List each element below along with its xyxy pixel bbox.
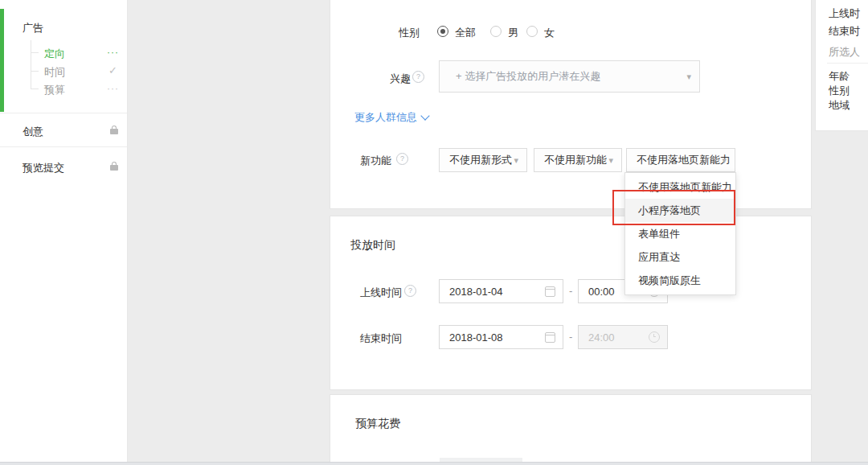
tree-connector-stub — [31, 88, 39, 89]
end-time-value: 24:00 — [588, 331, 615, 344]
calendar-icon — [545, 332, 555, 343]
summary-audience-label: 所选人 — [829, 45, 860, 60]
steps-sidebar: 广告 定向 ··· 时间 ✓ 预算 ··· 创意 预览提交 — [0, 0, 128, 465]
range-separator: - — [569, 285, 572, 297]
start-date-value: 2018-01-04 — [449, 286, 503, 298]
check-icon: ✓ — [108, 64, 117, 76]
tree-connector-vertical — [31, 40, 31, 89]
summary-start-time-label: 上线时 — [829, 6, 860, 21]
budget-card-title: 预算花费 — [355, 417, 400, 431]
calendar-icon — [545, 286, 555, 297]
landing-page-select-value: 不使用落地页新能力 — [637, 153, 731, 167]
bottom-edge-bar — [0, 462, 868, 465]
landing-page-capability-select[interactable]: 不使用落地页新能力 ▾ — [626, 148, 735, 172]
end-time-label: 结束时间 — [360, 331, 402, 346]
schedule-card-title: 投放时间 — [350, 238, 395, 253]
dropdown-option[interactable]: 应用直达 — [625, 245, 735, 269]
interest-placeholder: + 选择广告投放的用户潜在兴趣 — [456, 69, 600, 84]
caret-down-icon: ▾ — [514, 155, 518, 166]
radio-gender-male-label[interactable]: 男 — [508, 26, 518, 40]
summary-attr-age: 年龄 — [829, 69, 850, 84]
radio-gender-female-label[interactable]: 女 — [544, 26, 555, 40]
start-time-value: 00:00 — [588, 286, 615, 298]
start-date-input[interactable]: 2018-01-04 — [439, 279, 563, 303]
radio-gender-male[interactable] — [490, 26, 502, 37]
sidebar-item-preview-submit[interactable]: 预览提交 — [23, 161, 64, 175]
dots-menu-icon[interactable]: ··· — [107, 47, 119, 58]
radio-gender-all-label[interactable]: 全部 — [455, 26, 476, 40]
dropdown-option[interactable]: 表单组件 — [625, 222, 735, 245]
sidebar-item-budget[interactable]: 预算 — [44, 83, 65, 97]
active-step-accent-bar — [0, 9, 4, 112]
end-date-value: 2018-01-08 — [449, 331, 503, 344]
more-audience-link[interactable]: 更多人群信息 — [354, 110, 428, 125]
annotation-red-box — [612, 190, 735, 225]
dots-menu-icon[interactable]: ··· — [107, 83, 119, 94]
start-time-label: 上线时间 — [360, 286, 402, 300]
clock-icon — [649, 331, 660, 343]
tree-connector-stub — [31, 52, 39, 53]
sidebar-divider — [0, 113, 127, 113]
targeting-card: 性别 全部 男 女 兴趣 ? + 选择广告投放的用户潜在兴趣 ▾ 更多人群信息 … — [330, 0, 812, 209]
sidebar-divider — [0, 146, 127, 147]
range-separator: - — [569, 331, 572, 343]
end-date-input[interactable]: 2018-01-08 — [439, 325, 563, 349]
help-icon[interactable]: ? — [404, 285, 416, 297]
summary-end-time-label: 结束时 — [829, 24, 860, 39]
new-function-select[interactable]: 不使用新功能 ▾ — [534, 148, 622, 172]
chevron-down-icon — [420, 111, 429, 120]
new-form-select-value: 不使用新形式 — [449, 153, 512, 167]
caret-down-icon: ▾ — [608, 155, 613, 166]
campaign-editor-screen: 广告 定向 ··· 时间 ✓ 预算 ··· 创意 预览提交 性别 全部 男 女 … — [0, 0, 868, 465]
gender-label: 性别 — [399, 26, 420, 40]
new-function-select-value: 不使用新功能 — [544, 153, 607, 167]
dropdown-option[interactable]: 视频简版原生 — [625, 269, 735, 292]
help-icon[interactable]: ? — [396, 153, 408, 165]
tree-connector-stub — [31, 71, 39, 72]
summary-panel: 上线时 结束时 所选人 年龄 性别 地域 — [815, 0, 868, 131]
budget-card: 预算花费 — [330, 394, 812, 465]
sidebar-group-ad: 广告 — [23, 21, 43, 35]
new-features-label: 新功能 — [360, 154, 391, 168]
new-form-select[interactable]: 不使用新形式 ▾ — [439, 148, 527, 172]
caret-down-icon: ▾ — [722, 155, 727, 166]
schedule-card: 投放时间 上线时间 ? 2018-01-04 - 00:00 结束时间 2018… — [330, 216, 812, 390]
lock-icon — [110, 165, 118, 171]
summary-attr-gender: 性别 — [829, 84, 850, 98]
end-time-input: 24:00 — [578, 325, 668, 349]
sidebar-item-targeting[interactable]: 定向 — [44, 47, 65, 61]
summary-attr-region: 地域 — [829, 98, 850, 113]
lock-icon — [110, 129, 118, 134]
interest-label: 兴趣 — [390, 72, 411, 86]
summary-divider — [827, 63, 868, 64]
radio-gender-female[interactable] — [526, 26, 538, 37]
sidebar-item-time[interactable]: 时间 — [44, 65, 65, 80]
interest-select[interactable]: + 选择广告投放的用户潜在兴趣 ▾ — [439, 60, 700, 93]
sidebar-item-creative[interactable]: 创意 — [23, 125, 43, 139]
caret-down-icon: ▾ — [686, 72, 691, 82]
radio-gender-all[interactable] — [437, 26, 448, 37]
more-audience-link-label: 更多人群信息 — [354, 111, 417, 123]
help-icon[interactable]: ? — [412, 71, 424, 83]
